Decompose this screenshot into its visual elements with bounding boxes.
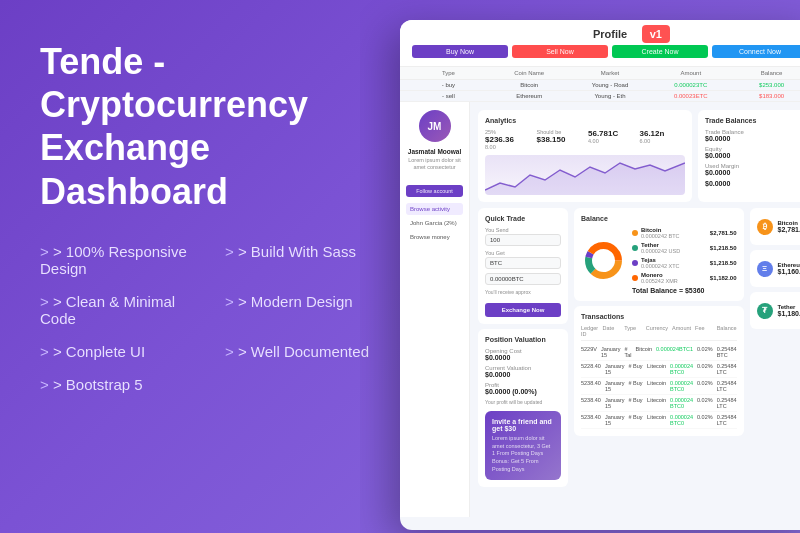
you-get-label: You Get bbox=[485, 250, 561, 256]
balance-items: Bitcoin 0.0000242 BTC $2,781.50 Tet bbox=[632, 227, 737, 294]
sidebar-item-john[interactable]: John Garcia (2%) bbox=[406, 217, 463, 229]
you-send-label: You Send bbox=[485, 227, 561, 233]
col-coin: Coin Name bbox=[489, 70, 570, 76]
tx-col-ledger: Ledger ID bbox=[581, 325, 599, 337]
btc-value: $2,781.50 bbox=[710, 230, 737, 236]
exchange-now-button[interactable]: Exchange Now bbox=[485, 303, 561, 317]
quick-trade-card: Quick Trade You Send 100 You Get BTC 0.0… bbox=[478, 208, 568, 324]
you-get-input[interactable]: BTC bbox=[485, 257, 561, 269]
sidebar-item-activity[interactable]: Browse activity bbox=[406, 203, 463, 215]
analytics-stats: 25% $236.36 8.00 Should be $38.150 56.78… bbox=[485, 129, 685, 150]
ethereum-info: Ethereum $1,160.140 bbox=[778, 262, 800, 275]
tether-value: $1,218.50 bbox=[710, 245, 737, 251]
features-grid: > 100% Responsive Design > Build With Sa… bbox=[40, 243, 390, 393]
tx3-balance: 0.25484 LTC bbox=[717, 380, 737, 392]
tx4-date: January 15 bbox=[605, 397, 625, 409]
analytics-card: Analytics 25% $236.36 8.00 Should be $38… bbox=[478, 110, 692, 202]
sidebar-item-money[interactable]: Browse money bbox=[406, 231, 463, 243]
profile-title: Profile bbox=[412, 28, 800, 40]
tx5-date: January 15 bbox=[605, 414, 625, 426]
buy-now-button[interactable]: Buy Now bbox=[412, 45, 508, 58]
profit-value: $0.0000 (0.00%) bbox=[485, 388, 561, 395]
monero-amount: 0.005242 XMR bbox=[641, 278, 707, 284]
position-valuation-card: Position Valuation Opening Cost $0.0000 … bbox=[478, 329, 568, 487]
feature-responsive: > 100% Responsive Design bbox=[40, 243, 205, 277]
tx4-amount: 0.000024 BTC0 bbox=[670, 397, 693, 409]
bottom-section: Quick Trade You Send 100 You Get BTC 0.0… bbox=[478, 208, 800, 517]
follow-account-button[interactable]: Follow account bbox=[406, 185, 463, 197]
feature-clean: > Clean & Minimal Code bbox=[40, 293, 205, 327]
tx1-balance: 0.25484 BTC bbox=[717, 346, 737, 358]
left-section: Tende - Cryptocurrency Exchange Dashboar… bbox=[0, 0, 420, 533]
tx4-fee: 0.02% bbox=[697, 397, 713, 409]
row1-balance: $253.000 bbox=[731, 82, 800, 88]
tx-row-2: 5228.40 January 15 # Buy Litecoin 0.0000… bbox=[581, 361, 737, 378]
transactions-table-header: Type Coin Name Market Amount Balance bbox=[400, 67, 800, 80]
balance-item-btc: Bitcoin 0.0000242 BTC $2,781.50 bbox=[632, 227, 737, 239]
tx3-amount: 0.000024 BTC0 bbox=[670, 380, 693, 392]
stat-1-sub: 8.00 bbox=[485, 144, 531, 150]
balance-total: Total Balance = $5360 bbox=[632, 287, 737, 294]
bitcoin-info: Bitcoin $2,781.50 bbox=[778, 220, 800, 233]
tx-col-balance: Balance bbox=[717, 325, 737, 337]
monero-value: $1,182.00 bbox=[710, 275, 737, 281]
bitcoin-icon: ₿ bbox=[757, 219, 773, 235]
balance-title: Balance bbox=[581, 215, 737, 222]
opening-cost-value: $0.0000 bbox=[485, 354, 561, 361]
tx-col-type: Type bbox=[624, 325, 642, 337]
tether-info: Tether 0.0000242 USD bbox=[641, 242, 707, 254]
tx-row-4: 5238.40 January 15 # Buy Litecoin 0.0000… bbox=[581, 395, 737, 412]
tejas-dot bbox=[632, 260, 638, 266]
amount-input[interactable]: 0.00000BTC bbox=[485, 273, 561, 285]
stat-4: 36.12n 6.00 bbox=[640, 129, 686, 150]
tether-crypto-price: $1,180.140 bbox=[778, 310, 800, 317]
stat-4-sub: 6.00 bbox=[640, 138, 686, 144]
tb-row-4: $0.0000 bbox=[705, 180, 800, 187]
tx5-id: 5238.40 bbox=[581, 414, 601, 426]
profile-buttons[interactable]: Buy Now Sell Now Create Now Connect Now bbox=[412, 45, 800, 58]
tx3-fee: 0.02% bbox=[697, 380, 713, 392]
dashboard-main: JM Jasmatal Moowal Lorem ipsum dolor sit… bbox=[400, 102, 800, 517]
feature-bootstrap: > Bootstrap 5 bbox=[40, 376, 205, 393]
btc-info: Bitcoin 0.0000242 BTC bbox=[641, 227, 707, 239]
dashboard-mockup: Profile Buy Now Sell Now Create Now Conn… bbox=[400, 20, 800, 530]
you-send-row: You Send 100 bbox=[485, 227, 561, 246]
row1-amount: 0.000023TC bbox=[650, 82, 731, 88]
stat-3-sub: 4.00 bbox=[588, 138, 634, 144]
tb-value-1: $0.0000 bbox=[705, 135, 800, 142]
sidebar-username: Jasmatal Moowal bbox=[406, 148, 463, 155]
trade-balance-card: Trade Balances Trade Balance $0.0000 Equ… bbox=[698, 110, 800, 202]
sell-now-button[interactable]: Sell Now bbox=[512, 45, 608, 58]
tx-table-header: Ledger ID Date Type Currency Amount Fee … bbox=[581, 325, 737, 341]
right-crypto-cards: ₿ Bitcoin $2,781.50 Ξ bbox=[750, 208, 800, 517]
tx3-date: January 15 bbox=[605, 380, 625, 392]
balance-card: Balance bbox=[574, 208, 744, 301]
stat-4-value: 36.12n bbox=[640, 129, 686, 138]
tether-dot bbox=[632, 245, 638, 251]
row2-coin: Ethereum bbox=[489, 93, 570, 99]
tx5-type: # Buy bbox=[628, 414, 643, 426]
connect-now-button[interactable]: Connect Now bbox=[712, 45, 800, 58]
tx2-date: January 15 bbox=[605, 363, 625, 375]
profit-row: Profit $0.0000 (0.00%) bbox=[485, 382, 561, 395]
tx-col-date: Date bbox=[603, 325, 621, 337]
balance-item-tejas: Tejas 0.0000242 XTC $1,218.50 bbox=[632, 257, 737, 269]
center-cards: Balance bbox=[574, 208, 744, 517]
ethereum-icon: Ξ bbox=[757, 261, 773, 277]
stat-2-value: $38.150 bbox=[537, 135, 583, 144]
tx5-amount: 0.000024 BTC0 bbox=[670, 414, 693, 426]
col-balance: Balance bbox=[731, 70, 800, 76]
you-send-input[interactable]: 100 bbox=[485, 234, 561, 246]
tx4-currency: Litecoin bbox=[647, 397, 666, 409]
row2-amount: 0.00023ETC bbox=[650, 93, 731, 99]
create-now-button[interactable]: Create Now bbox=[612, 45, 708, 58]
analytics-title: Analytics bbox=[485, 117, 685, 124]
tx1-type: # Tal bbox=[624, 346, 631, 358]
tx1-amount: 0.000024BTC1 bbox=[656, 346, 693, 358]
bitcoin-price-card: ₿ Bitcoin $2,781.50 bbox=[750, 208, 800, 245]
trade-balance-title: Trade Balances bbox=[705, 117, 800, 124]
tx2-balance: 0.25484 LTC bbox=[717, 363, 737, 375]
btc-dot bbox=[632, 230, 638, 236]
tb-value-2: $0.0000 bbox=[705, 152, 800, 159]
monero-info: Monero 0.005242 XMR bbox=[641, 272, 707, 284]
